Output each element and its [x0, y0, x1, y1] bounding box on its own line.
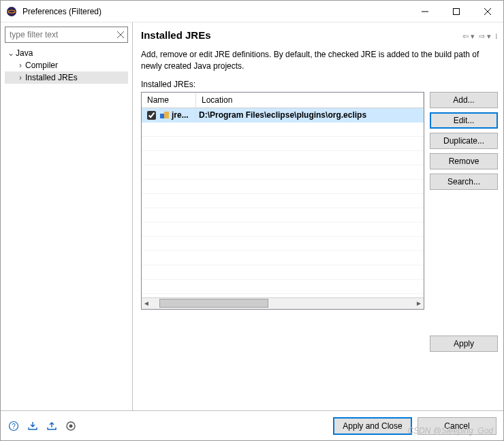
cancel-button[interactable]: Cancel: [418, 417, 497, 435]
clear-filter-icon[interactable]: [116, 30, 125, 39]
jre-location: D:\Program Files\eclipse\plugins\org.ecl…: [199, 110, 366, 120]
menu-icon[interactable]: ⁞: [495, 32, 498, 41]
svg-point-13: [69, 424, 73, 427]
scroll-left-icon[interactable]: ◄: [143, 299, 150, 307]
svg-rect-8: [160, 114, 164, 118]
duplicate-button[interactable]: Duplicate...: [430, 133, 498, 149]
preference-page: Installed JREs ⇦ ▾ ⇨ ▾ ⁞ Add, remove or …: [133, 22, 503, 410]
svg-rect-9: [164, 112, 169, 118]
table-body: jre... D:\Program Files\eclipse\plugins\…: [142, 108, 424, 297]
eclipse-icon: [6, 6, 17, 17]
tree-label: Java: [16, 48, 33, 58]
filter-input[interactable]: [5, 27, 128, 43]
column-name[interactable]: Name: [142, 93, 196, 108]
chevron-right-icon: ›: [16, 73, 25, 82]
horizontal-scrollbar[interactable]: ◄ ►: [142, 297, 424, 309]
minimize-button[interactable]: [409, 1, 441, 22]
svg-rect-3: [454, 8, 460, 14]
jre-table[interactable]: Name Location jre... D:\Program: [141, 92, 424, 310]
tree-label: Compiler: [25, 61, 58, 70]
jre-name: jre...: [172, 110, 189, 120]
window-title: Preferences (Filtered): [22, 7, 409, 16]
tree-item-java[interactable]: ⌄ Java: [5, 47, 128, 59]
close-button[interactable]: [472, 1, 503, 22]
side-buttons: Add... Edit... Duplicate... Remove Searc…: [430, 92, 498, 310]
add-button[interactable]: Add...: [430, 92, 498, 108]
titlebar: Preferences (Filtered): [1, 1, 503, 22]
page-title: Installed JREs: [141, 29, 211, 41]
maximize-button[interactable]: [441, 1, 472, 22]
column-location[interactable]: Location: [196, 93, 424, 108]
forward-icon[interactable]: ⇨ ▾: [479, 32, 491, 41]
table-header: Name Location: [142, 93, 424, 108]
jre-checkbox[interactable]: [147, 111, 156, 120]
import-icon[interactable]: [27, 420, 39, 432]
chevron-down-icon: ⌄: [6, 48, 16, 58]
edit-button[interactable]: Edit...: [430, 112, 498, 129]
jre-icon: [160, 111, 170, 119]
record-icon[interactable]: [65, 420, 77, 432]
search-button[interactable]: Search...: [430, 174, 498, 190]
apply-and-close-button[interactable]: Apply and Close: [333, 417, 412, 435]
back-icon[interactable]: ⇦ ▾: [462, 32, 475, 41]
page-description: Add, remove or edit JRE definitions. By …: [141, 49, 498, 73]
page-toolbar: ⇦ ▾ ⇨ ▾ ⁞: [462, 32, 498, 41]
export-icon[interactable]: [46, 420, 58, 432]
svg-text:?: ?: [12, 423, 16, 430]
dialog-button-bar: ? Apply and Close Cancel: [1, 410, 503, 440]
tree-item-compiler[interactable]: › Compiler: [5, 59, 128, 71]
preference-tree-pane: ⌄ Java › Compiler › Installed JREs: [1, 22, 133, 410]
help-icon[interactable]: ?: [7, 420, 20, 432]
remove-button[interactable]: Remove: [430, 153, 498, 169]
main-split: ⌄ Java › Compiler › Installed JREs Insta…: [1, 22, 503, 410]
apply-button[interactable]: Apply: [430, 336, 498, 352]
scroll-right-icon[interactable]: ►: [415, 299, 422, 307]
scroll-thumb[interactable]: [159, 299, 268, 308]
tree-item-installed-jres[interactable]: › Installed JREs: [5, 71, 128, 84]
chevron-right-icon: ›: [16, 61, 25, 70]
table-label: Installed JREs:: [141, 80, 498, 89]
filter-wrap: [5, 27, 128, 43]
table-row[interactable]: jre... D:\Program Files\eclipse\plugins\…: [142, 108, 424, 122]
tree-label: Installed JREs: [25, 73, 78, 82]
preference-tree[interactable]: ⌄ Java › Compiler › Installed JREs: [5, 47, 128, 84]
